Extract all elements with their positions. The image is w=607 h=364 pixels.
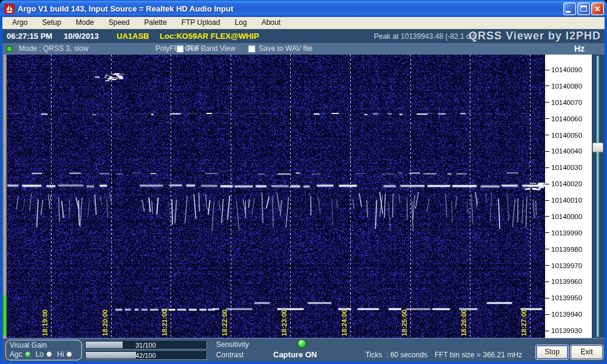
sensitivity-slider[interactable]: 31/100	[85, 341, 206, 349]
signal-level-fill	[3, 295, 7, 335]
freq-scale-label: 10140060	[545, 115, 582, 123]
sensitivity-label: Sensitivity	[216, 340, 249, 349]
freq-scale-label: 10139990	[545, 229, 582, 237]
contrast-value: 42/100	[86, 352, 206, 359]
freq-tick-mark	[545, 314, 549, 315]
visual-gain-options: Agc Lo Hi	[10, 350, 77, 359]
agc-radio-label: Agc	[10, 350, 22, 359]
title-bar: Argo V1 build 143, Input Source = Realte…	[0, 0, 607, 17]
menu-item-about[interactable]: About	[254, 17, 288, 29]
menu-item-argo[interactable]: Argo	[5, 17, 35, 29]
freq-scale-label: 10139930	[545, 327, 582, 335]
mode-led-icon	[7, 46, 12, 52]
mode-readout: Mode : QRSS 3, slow	[19, 44, 89, 53]
visual-gain-title: Visual Gain	[10, 341, 47, 349]
argo-window: Argo V1 build 143, Input Source = Realte…	[0, 0, 607, 364]
bottom-control-bar: Visual Gain Agc Lo Hi 31/100 42/100 Sens…	[2, 338, 605, 362]
freq-tick-mark	[545, 184, 549, 184]
freq-tick-mark	[545, 331, 549, 331]
freq-scale-label: 10140090	[545, 66, 582, 74]
main-display-area: 18:19:0018:20:0018:21:0018:22:0018:23:00…	[2, 55, 605, 338]
info-bar: 06:27:15 PM 10/9/2013 UA1ASB Loc:KO59AR …	[2, 29, 605, 43]
waterfall-display	[7, 55, 545, 338]
menu-item-mode[interactable]: Mode	[69, 17, 101, 29]
freq-tick-mark	[545, 265, 549, 266]
freq-tick-mark	[545, 281, 549, 282]
peak-readout: Peak at 10139943.48 (-82.1 dB)	[374, 32, 478, 41]
freq-scale-label: 10140000	[545, 212, 582, 220]
frequency-scale: 1014009010140080101400701014006010140050…	[545, 55, 592, 338]
window-title: Argo V1 build 143, Input Source = Realte…	[18, 4, 562, 13]
menu-item-ftp-upload[interactable]: FTP Upload	[174, 17, 228, 29]
stop-button[interactable]: Stop	[536, 345, 568, 359]
freq-tick-mark	[545, 135, 549, 135]
freq-scale-label: 10139980	[545, 245, 582, 253]
freq-scale-label: 10139940	[545, 311, 582, 318]
full-band-view-label: Full Band View	[187, 44, 236, 53]
frequency-unit-label: Hz	[574, 44, 585, 53]
freq-scale-label: 10139960	[545, 278, 582, 286]
freq-scale-label: 10140050	[545, 131, 582, 139]
full-band-view-checkbox[interactable]	[176, 45, 184, 53]
hi-radio[interactable]	[66, 351, 72, 357]
freq-scale-label: 10139970	[545, 261, 582, 269]
save-wav-checkbox[interactable]	[248, 45, 256, 53]
menu-item-palette[interactable]: Palette	[137, 17, 174, 29]
freq-tick-mark	[545, 118, 549, 119]
freq-tick-mark	[545, 298, 549, 298]
freq-tick-mark	[545, 70, 549, 70]
contrast-slider[interactable]: 42/100	[85, 351, 206, 359]
lo-radio[interactable]	[46, 351, 52, 357]
freq-scale-label: 10140040	[545, 147, 582, 155]
menu-item-log[interactable]: Log	[228, 17, 254, 29]
freq-tick-mark	[545, 232, 549, 233]
freq-tick-mark	[545, 200, 549, 201]
minimize-icon	[566, 11, 571, 13]
menu-item-speed[interactable]: Speed	[101, 17, 137, 29]
capture-status-label: Capture ON	[273, 350, 317, 359]
menu-bar: ArgoSetupModeSpeedPaletteFTP UploadLogAb…	[2, 17, 605, 29]
freq-scale-label: 10140030	[545, 164, 582, 172]
freq-tick-mark	[545, 216, 549, 217]
sensitivity-value: 31/100	[86, 342, 206, 349]
maximize-button[interactable]	[577, 2, 590, 15]
freq-tick-mark	[545, 249, 549, 249]
ticks-readout: Ticks : 60 seconds	[365, 351, 427, 359]
capture-led-icon	[297, 339, 307, 348]
frequency-slider[interactable]	[592, 55, 605, 338]
contrast-label: Contrast	[216, 351, 243, 359]
save-wav-label: Save to WAV file	[259, 44, 313, 53]
freq-scale-label: 10140010	[545, 197, 582, 204]
freq-tick-mark	[545, 167, 549, 168]
close-button[interactable]: ×	[591, 2, 604, 15]
callsign-readout: UA1ASB	[117, 32, 149, 41]
frequency-slider-track[interactable]	[597, 56, 599, 337]
visual-gain-group: Visual Gain Agc Lo Hi	[5, 340, 82, 360]
maximize-icon	[580, 5, 587, 12]
freq-tick-mark	[545, 86, 549, 86]
fft-bin-readout: FFT bin size = 366.21 mHz	[435, 351, 522, 359]
app-icon	[4, 4, 15, 14]
hi-radio-label: Hi	[57, 350, 64, 359]
app-title: QRSS Viewer by I2PHD	[469, 30, 601, 42]
frequency-slider-thumb[interactable]	[592, 143, 603, 152]
status-bar: Mode : QRSS 3, slow PolyFFT OFF Full Ban…	[2, 43, 605, 55]
locator-readout: Loc:KO59AR FLEX@WHIP	[160, 32, 259, 41]
clock-readout: 06:27:15 PM	[7, 32, 52, 41]
exit-button[interactable]: Exit	[571, 345, 603, 359]
agc-radio[interactable]	[25, 351, 31, 357]
signal-level-meter	[2, 55, 7, 338]
menu-item-setup[interactable]: Setup	[35, 17, 68, 29]
minimize-button[interactable]	[563, 2, 576, 15]
freq-tick-mark	[545, 102, 549, 103]
freq-scale-label: 10140070	[545, 98, 582, 106]
lo-radio-label: Lo	[36, 350, 44, 359]
freq-tick-mark	[545, 151, 549, 152]
close-icon: ×	[592, 2, 603, 15]
freq-scale-label: 10140020	[545, 180, 582, 188]
date-readout: 10/9/2013	[64, 32, 99, 41]
freq-scale-label: 10139950	[545, 294, 582, 302]
freq-scale-label: 10140080	[545, 82, 582, 90]
